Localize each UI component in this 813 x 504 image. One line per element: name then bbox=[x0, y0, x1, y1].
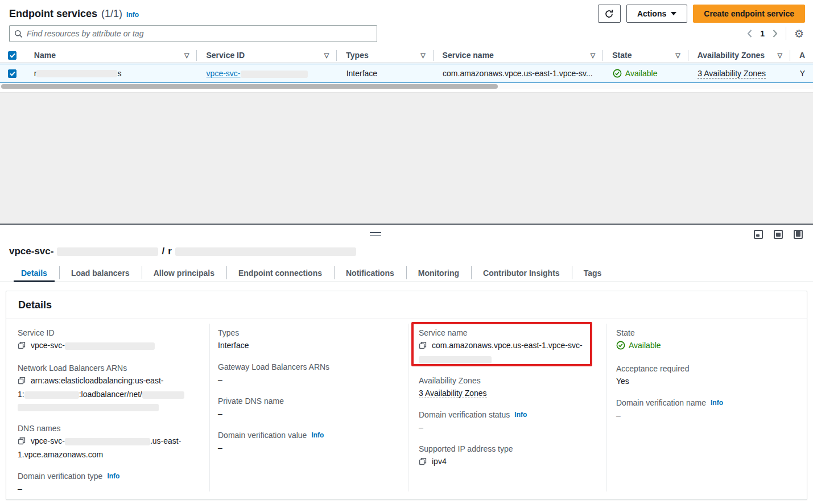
tab-allow-principals[interactable]: Allow principals bbox=[142, 264, 226, 282]
row-types-cell: Interface bbox=[337, 64, 434, 82]
refresh-icon bbox=[604, 9, 614, 19]
info-link[interactable]: Info bbox=[107, 470, 119, 482]
redacted-text bbox=[65, 438, 150, 445]
pager-divider bbox=[786, 27, 786, 40]
row-acceptance-cell: Y bbox=[791, 64, 813, 82]
redacted-text bbox=[419, 356, 492, 363]
column-divider bbox=[606, 324, 607, 491]
split-panel-drag-handle[interactable] bbox=[370, 232, 381, 238]
table-row[interactable]: r s vpce-svc- Interface com.amazonaws.vp… bbox=[0, 64, 813, 83]
status-badge: Available bbox=[613, 69, 658, 78]
actions-button-label: Actions bbox=[637, 9, 666, 18]
field-dns-names: DNS names vpce-svc-.us-east- 1.vpce.amaz… bbox=[18, 422, 205, 461]
details-card-heading: Details bbox=[6, 291, 807, 319]
field-acceptance-required: Acceptance required Yes bbox=[616, 362, 804, 387]
header-actions: Actions Create endpoint service bbox=[598, 5, 805, 23]
field-domain-verification-type: Domain verification type Info – bbox=[18, 470, 205, 495]
previous-page-button[interactable] bbox=[747, 30, 752, 38]
field-nlb-arns: Network Load Balancers ARNs arn:aws:elas… bbox=[18, 362, 205, 413]
column-divider bbox=[408, 324, 408, 491]
field-domain-verification-status: Domain verification status Info – bbox=[419, 408, 606, 433]
column-header-types[interactable]: Types ▽ bbox=[337, 48, 433, 63]
field-private-dns-name: Private DNS name – bbox=[218, 395, 406, 420]
info-link[interactable]: Info bbox=[514, 408, 527, 421]
pagination: 1 ⚙ bbox=[747, 25, 804, 42]
copy-icon[interactable] bbox=[18, 436, 26, 448]
row-select-cell bbox=[0, 64, 25, 82]
current-page-number[interactable]: 1 bbox=[760, 29, 765, 38]
details-card: Details Service ID vpce-svc- Network Loa… bbox=[6, 291, 807, 500]
redacted-text bbox=[175, 247, 356, 256]
tab-tags[interactable]: Tags bbox=[572, 264, 614, 282]
select-all-checkbox[interactable] bbox=[8, 51, 16, 60]
redacted-text bbox=[57, 247, 158, 256]
empty-table-area bbox=[0, 92, 813, 224]
tab-notifications[interactable]: Notifications bbox=[334, 264, 406, 282]
tab-contributor-insights[interactable]: Contributor Insights bbox=[471, 264, 572, 282]
scrollbar-thumb[interactable] bbox=[1, 84, 498, 89]
info-link[interactable]: Info bbox=[311, 429, 324, 441]
redacted-text bbox=[65, 342, 155, 350]
column-header-acceptance-cutoff[interactable]: A bbox=[790, 48, 813, 63]
panel-size-large-icon[interactable] bbox=[794, 230, 803, 239]
tab-load-balancers[interactable]: Load balancers bbox=[59, 264, 142, 282]
info-link[interactable]: Info bbox=[711, 396, 723, 409]
column-header-service-name[interactable]: Service name ▽ bbox=[434, 48, 604, 63]
copy-icon[interactable] bbox=[18, 340, 26, 353]
filter-icon[interactable]: ▽ bbox=[777, 52, 782, 59]
search-box bbox=[9, 25, 377, 42]
actions-button[interactable]: Actions bbox=[626, 5, 687, 23]
row-state-cell: Available bbox=[604, 64, 688, 82]
refresh-button[interactable] bbox=[598, 5, 621, 23]
field-glb-arns: Gateway Load Balancers ARNs – bbox=[218, 361, 406, 386]
field-domain-verification-name: Domain verification name Info – bbox=[616, 396, 804, 422]
check-circle-icon bbox=[613, 69, 622, 78]
field-types: Types Interface bbox=[218, 327, 406, 352]
create-endpoint-service-button[interactable]: Create endpoint service bbox=[693, 5, 805, 23]
availability-zones-popover-link[interactable]: 3 Availability Zones bbox=[419, 389, 487, 398]
column-header-service-id[interactable]: Service ID ▽ bbox=[197, 48, 337, 63]
column-header-name[interactable]: Name ▽ bbox=[25, 48, 197, 63]
row-checkbox[interactable] bbox=[8, 69, 16, 78]
filter-icon[interactable]: ▽ bbox=[675, 52, 680, 59]
field-supported-ip-address-type: Supported IP address type ipv4 bbox=[419, 443, 606, 469]
field-domain-verification-value: Domain verification value Info – bbox=[218, 429, 406, 454]
search-input[interactable] bbox=[27, 29, 372, 38]
create-button-label: Create endpoint service bbox=[704, 9, 794, 18]
column-header-state[interactable]: State ▽ bbox=[603, 48, 688, 63]
endpoint-services-page: Endpoint services (1/1) Info Actions Cre… bbox=[0, 0, 813, 504]
header-info-link[interactable]: Info bbox=[126, 11, 139, 19]
column-header-availability-zones[interactable]: Availability Zones ▽ bbox=[688, 48, 790, 63]
copy-icon[interactable] bbox=[18, 375, 26, 388]
availability-zones-popover-link[interactable]: 3 Availability Zones bbox=[698, 69, 766, 79]
table-header: Name ▽ Service ID ▽ Types ▽ Service name… bbox=[0, 48, 813, 63]
tab-endpoint-connections[interactable]: Endpoint connections bbox=[226, 264, 334, 282]
panel-size-small-icon[interactable] bbox=[754, 230, 763, 239]
chevron-down-icon bbox=[671, 12, 676, 15]
field-service-name: Service name com.amazonaws.vpce.us-east-… bbox=[419, 327, 606, 365]
panel-size-controls bbox=[754, 230, 803, 239]
row-service-id-cell: vpce-svc- bbox=[197, 64, 337, 82]
details-column-3: Service name com.amazonaws.vpce.us-east-… bbox=[419, 327, 606, 478]
copy-icon[interactable] bbox=[419, 456, 427, 469]
table-settings-gear-icon[interactable]: ⚙ bbox=[794, 28, 804, 39]
tab-details[interactable]: Details bbox=[9, 264, 59, 282]
filter-icon[interactable]: ▽ bbox=[420, 52, 425, 59]
redacted-text bbox=[142, 391, 184, 399]
status-badge: Available bbox=[616, 339, 661, 352]
service-id-link[interactable]: vpce-svc- bbox=[207, 69, 308, 78]
panel-size-medium-icon[interactable] bbox=[774, 230, 783, 239]
page-title-text: Endpoint services bbox=[9, 8, 97, 20]
check-circle-icon bbox=[616, 341, 625, 350]
row-availability-zones-cell: 3 Availability Zones bbox=[688, 64, 790, 82]
horizontal-scrollbar[interactable] bbox=[0, 84, 813, 89]
details-column-2: Types Interface Gateway Load Balancers A… bbox=[218, 327, 406, 463]
tab-monitoring[interactable]: Monitoring bbox=[406, 264, 471, 282]
copy-icon[interactable] bbox=[419, 340, 427, 353]
filter-icon[interactable]: ▽ bbox=[184, 52, 189, 59]
details-card-body: Service ID vpce-svc- Network Load Balanc… bbox=[6, 319, 807, 499]
next-page-button[interactable] bbox=[773, 30, 778, 38]
filter-icon[interactable]: ▽ bbox=[324, 52, 329, 59]
select-all-cell bbox=[0, 48, 25, 63]
filter-icon[interactable]: ▽ bbox=[591, 52, 595, 59]
